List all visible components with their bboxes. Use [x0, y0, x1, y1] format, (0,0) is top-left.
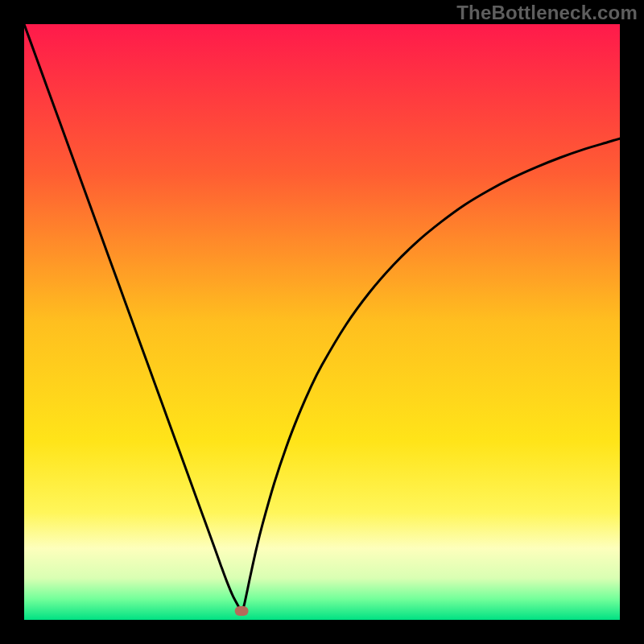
plot-svg — [24, 24, 620, 620]
minimum-marker — [235, 606, 249, 616]
plot-area — [24, 24, 620, 620]
watermark-label: TheBottleneck.com — [456, 2, 638, 24]
gradient-background — [24, 24, 620, 620]
chart-root: TheBottleneck.com — [0, 0, 644, 644]
